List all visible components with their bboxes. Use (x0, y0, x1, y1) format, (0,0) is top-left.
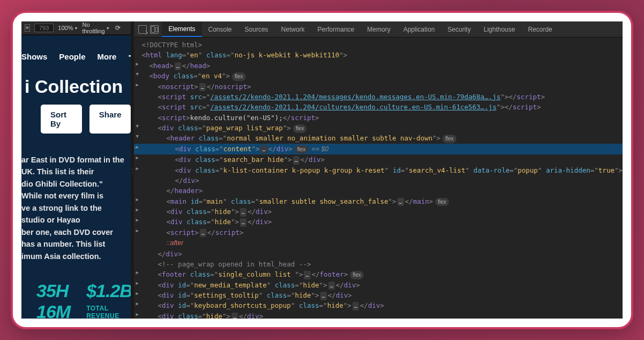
tab-memory[interactable]: Memory (361, 21, 396, 37)
nav-people[interactable]: People (59, 52, 85, 61)
tab-lighthouse[interactable]: Lighthouse (477, 21, 522, 37)
more-icon[interactable]: ⋮ (129, 25, 131, 32)
nav-more[interactable]: More (98, 52, 117, 61)
share-button[interactable]: Share (89, 105, 131, 134)
elements-tree[interactable]: <!DOCTYPE html><html lang="en" class="no… (134, 38, 623, 319)
tab-application[interactable]: Application (397, 21, 441, 37)
devtools-tabs: Elements Console Sources Network Perform… (134, 21, 623, 38)
devtools: Elements Console Sources Network Perform… (134, 21, 623, 319)
sort-button[interactable]: Sort By (41, 105, 82, 134)
tab-recorder[interactable]: Recorde (521, 21, 558, 37)
tab-performance[interactable]: Performance (311, 21, 361, 37)
nav-shows[interactable]: Shows (21, 52, 47, 61)
site-preview: ✕ 793 100% ▼ No throttling ▼ ⟳ ⋮ Shows P… (21, 21, 131, 319)
stat-revenue: $1.2B TOTAL REVENUE (86, 280, 131, 319)
rotate-icon[interactable]: ⟳ (115, 24, 121, 32)
throttling-select[interactable]: No throttling ▼ (82, 21, 109, 34)
plus-icon[interactable]: + (128, 49, 131, 63)
zoom-select[interactable]: 100% ▼ (58, 25, 78, 31)
tab-console[interactable]: Console (202, 21, 238, 37)
tab-elements[interactable]: Elements (162, 21, 201, 37)
stats-row: 35H 16M TOTAL RUNTIME $1.2B TOTAL REVENU… (21, 273, 131, 319)
tab-security[interactable]: Security (441, 21, 477, 37)
description-text: ar East in DVD format in the UK. This li… (21, 146, 131, 273)
responsive-toolbar: ✕ 793 100% ▼ No throttling ▼ ⟳ ⋮ (21, 21, 131, 35)
stat-runtime: 35H 16M TOTAL RUNTIME (36, 280, 70, 319)
tab-network[interactable]: Network (275, 21, 311, 37)
inspect-icon[interactable] (138, 25, 147, 34)
dimension-input[interactable]: 793 (34, 24, 54, 32)
close-icon[interactable]: ✕ (25, 24, 30, 32)
page-title: i Collection (21, 73, 131, 105)
device-toggle-icon[interactable] (150, 25, 159, 34)
tab-sources[interactable]: Sources (238, 21, 275, 37)
site-nav: Shows People More + EN Login (21, 35, 131, 73)
